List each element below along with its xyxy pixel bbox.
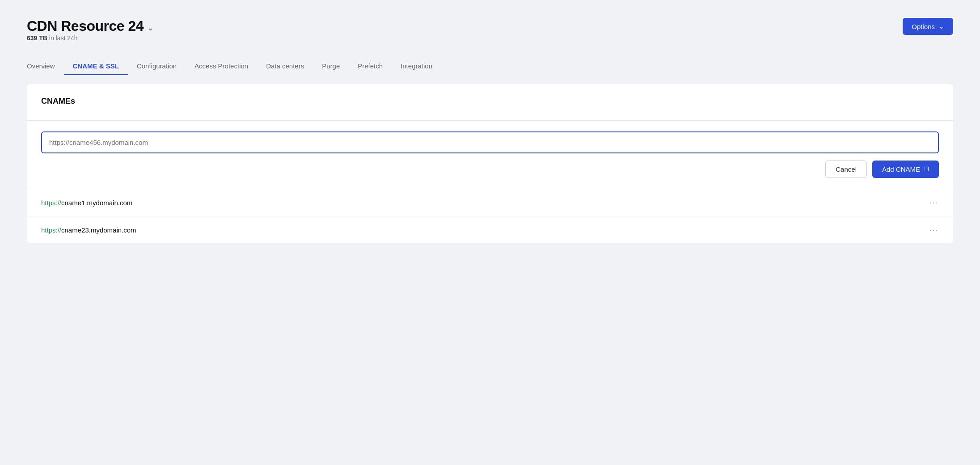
tab-purge[interactable]: Purge (313, 58, 349, 75)
options-button[interactable]: Options ⌄ (903, 18, 953, 35)
list-item: https://cname23.mydomain.com ⋯ (27, 216, 953, 243)
add-cname-button[interactable]: Add CNAME ❐ (872, 161, 939, 178)
cname-input[interactable] (41, 131, 939, 153)
options-chevron-icon: ⌄ (938, 22, 944, 30)
cancel-button[interactable]: Cancel (825, 161, 867, 178)
page-title: CDN Resource 24 (27, 18, 144, 34)
tab-access-protection[interactable]: Access Protection (186, 58, 257, 75)
tab-cname-ssl[interactable]: CNAME & SSL (64, 58, 128, 75)
cnames-section-title: CNAMEs (41, 97, 939, 106)
tab-overview[interactable]: Overview (27, 58, 64, 75)
cname2-menu-icon[interactable]: ⋯ (929, 224, 939, 235)
nav-tabs: Overview CNAME & SSL Configuration Acces… (27, 58, 953, 75)
tab-data-centers[interactable]: Data centers (257, 58, 313, 75)
cname1-https: https:// (41, 199, 61, 207)
title-dropdown-icon[interactable]: ⌄ (147, 23, 154, 33)
cname1-menu-icon[interactable]: ⋯ (929, 197, 939, 208)
cname2-domain: cname23.mydomain.com (61, 226, 136, 234)
tab-integration[interactable]: Integration (392, 58, 441, 75)
cnames-card: CNAMEs Cancel Add CNAME ❐ https://cname1… (27, 84, 953, 243)
tab-prefetch[interactable]: Prefetch (349, 58, 392, 75)
cname1-domain: cname1.mydomain.com (61, 199, 132, 207)
tab-configuration[interactable]: Configuration (128, 58, 186, 75)
page-subtitle: 639 TB in last 24h (27, 34, 154, 42)
cname-link-2[interactable]: https://cname23.mydomain.com (41, 226, 136, 234)
add-cname-icon: ❐ (924, 166, 929, 173)
cname-link-1[interactable]: https://cname1.mydomain.com (41, 199, 132, 207)
cname2-https: https:// (41, 226, 61, 234)
cname-input-section: Cancel Add CNAME ❐ (27, 121, 953, 189)
list-item: https://cname1.mydomain.com ⋯ (27, 189, 953, 216)
